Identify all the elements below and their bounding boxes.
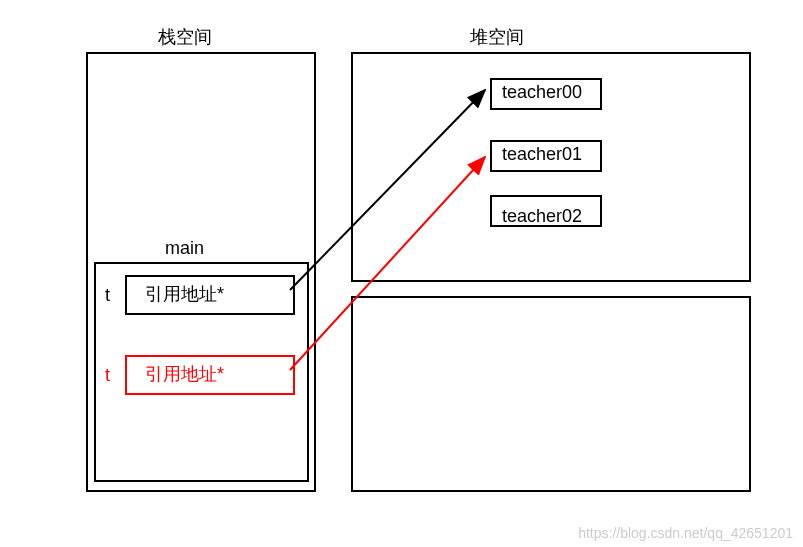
- ref2-text: 引用地址*: [145, 362, 224, 386]
- watermark-text: https://blog.csdn.net/qq_42651201: [578, 525, 793, 541]
- ref2-var: t: [105, 365, 110, 386]
- heap-obj0-text: teacher00: [502, 82, 582, 103]
- heap-lower-box: [351, 296, 751, 492]
- heap-obj2-text: teacher02: [502, 206, 582, 227]
- heap-obj1-text: teacher01: [502, 144, 582, 165]
- ref1-text: 引用地址*: [145, 282, 224, 306]
- stack-title: 栈空间: [158, 25, 212, 49]
- heap-title: 堆空间: [470, 25, 524, 49]
- ref1-var: t: [105, 285, 110, 306]
- main-label: main: [165, 238, 204, 259]
